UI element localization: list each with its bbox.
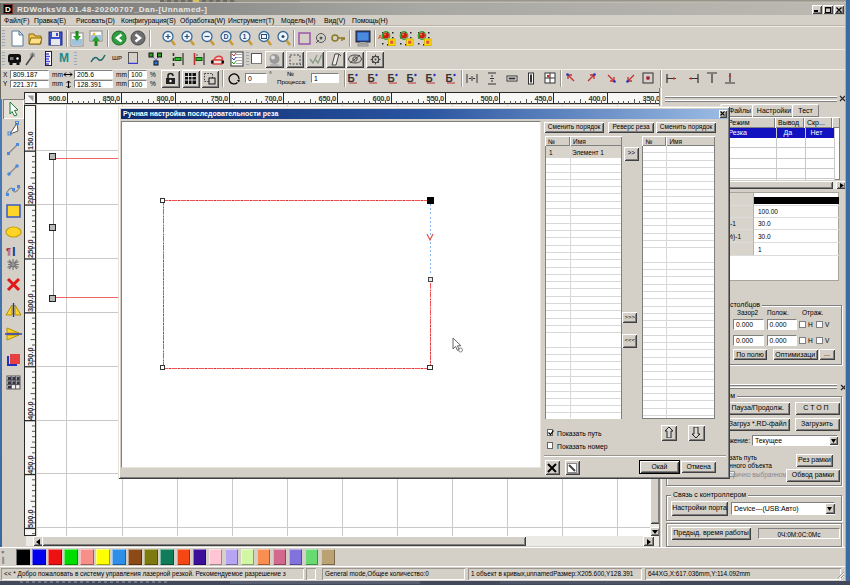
svg-text:Б: Б bbox=[407, 72, 414, 83]
svg-text:1: 1 bbox=[243, 33, 247, 40]
svg-text:D: D bbox=[223, 33, 228, 40]
svg-text:Б: Б bbox=[387, 72, 394, 83]
svg-text:¶: ¶ bbox=[6, 246, 11, 256]
svg-text:Б: Б bbox=[425, 72, 432, 83]
svg-text:400.0: 400.0 bbox=[26, 401, 35, 420]
svg-text:Б: Б bbox=[367, 72, 374, 83]
svg-text:450.0: 450.0 bbox=[26, 455, 35, 474]
svg-text:I: I bbox=[12, 244, 16, 258]
svg-text:500.0: 500.0 bbox=[26, 509, 35, 528]
svg-text:Б: Б bbox=[445, 72, 452, 83]
svg-text:Б: Б bbox=[347, 72, 354, 83]
svg-text:350.0: 350.0 bbox=[26, 347, 35, 366]
svg-text:200.0: 200.0 bbox=[26, 185, 35, 204]
svg-text:300.0: 300.0 bbox=[26, 293, 35, 312]
svg-text:250.0: 250.0 bbox=[26, 239, 35, 258]
svg-text:150.0: 150.0 bbox=[26, 131, 35, 150]
